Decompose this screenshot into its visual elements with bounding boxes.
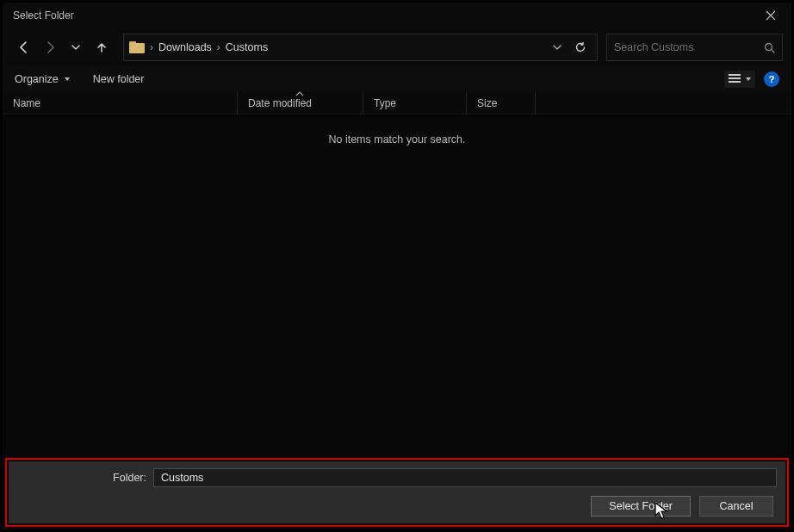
- breadcrumb-customs[interactable]: Customs: [226, 41, 268, 53]
- sort-indicator-icon: [295, 91, 304, 96]
- view-button[interactable]: [724, 71, 755, 88]
- close-button[interactable]: [754, 3, 788, 28]
- organize-button[interactable]: Organize: [15, 73, 71, 85]
- column-type[interactable]: Type: [363, 92, 466, 114]
- folder-icon: [129, 41, 145, 53]
- back-button[interactable]: [11, 34, 37, 61]
- column-headers: Name Date modified Type Size: [3, 92, 791, 114]
- folder-field-label: Folder:: [17, 472, 146, 484]
- titlebar: Select Folder: [3, 3, 791, 28]
- help-button[interactable]: ?: [764, 71, 779, 87]
- navbar: › Downloads › Customs: [3, 28, 791, 66]
- select-folder-button[interactable]: Select Folder: [591, 496, 691, 517]
- bottom-panel: Folder: Select Folder Cancel: [9, 461, 785, 523]
- refresh-button[interactable]: [574, 41, 586, 53]
- organize-label: Organize: [15, 73, 59, 85]
- bottom-panel-highlight: Folder: Select Folder Cancel: [5, 458, 789, 527]
- empty-message: No items match your search.: [3, 133, 791, 145]
- new-folder-label: New folder: [93, 73, 145, 85]
- cancel-button[interactable]: Cancel: [699, 496, 773, 517]
- folder-name-input[interactable]: [153, 468, 777, 487]
- column-size[interactable]: Size: [466, 92, 535, 114]
- chevron-right-icon: ›: [217, 41, 220, 53]
- up-button[interactable]: [89, 34, 115, 61]
- new-folder-button[interactable]: New folder: [93, 73, 145, 85]
- search-icon[interactable]: [764, 42, 775, 53]
- column-name[interactable]: Name: [3, 92, 237, 114]
- chevron-down-icon: [745, 76, 752, 83]
- window-title: Select Folder: [13, 9, 74, 22]
- toolbar: Organize New folder ?: [3, 66, 791, 92]
- svg-rect-3: [729, 81, 741, 83]
- svg-rect-1: [729, 74, 741, 76]
- chevron-right-icon: ›: [150, 41, 153, 53]
- list-view-icon: [728, 73, 741, 85]
- address-dropdown[interactable]: [552, 42, 562, 53]
- search-input[interactable]: [614, 41, 752, 53]
- forward-button[interactable]: [37, 34, 63, 61]
- recent-dropdown[interactable]: [63, 34, 89, 61]
- address-bar[interactable]: › Downloads › Customs: [123, 34, 598, 61]
- search-box[interactable]: [606, 34, 783, 61]
- svg-rect-2: [729, 77, 741, 79]
- breadcrumb-downloads[interactable]: Downloads: [158, 41, 212, 53]
